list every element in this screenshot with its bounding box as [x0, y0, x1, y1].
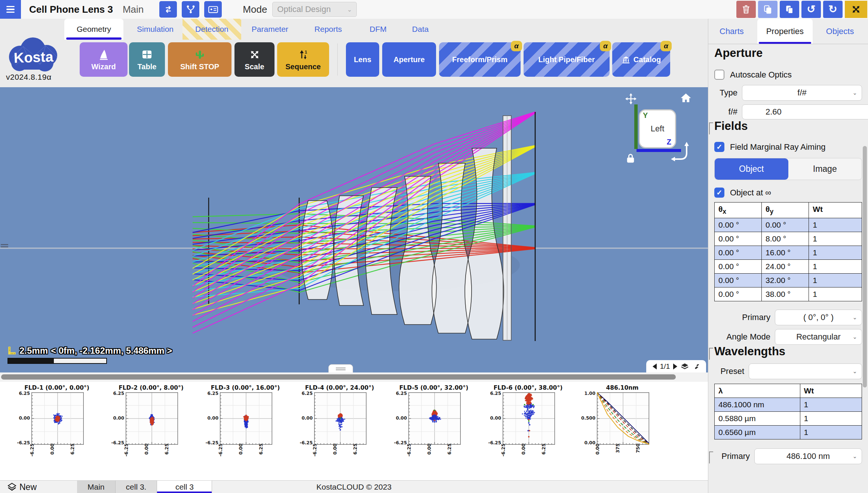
- home-view-button[interactable]: [680, 92, 692, 105]
- wavelength-primary-select[interactable]: 486.100 nm ⌄: [754, 448, 862, 464]
- shift-stop-button[interactable]: Shift STOP: [168, 42, 231, 77]
- contact-card-button[interactable]: [204, 1, 222, 18]
- spot-point: [527, 405, 528, 406]
- lens-button[interactable]: Lens: [346, 42, 379, 77]
- lambda-cell[interactable]: 0.6560 µm: [715, 426, 800, 439]
- sync-button[interactable]: [159, 1, 177, 18]
- spot-point: [246, 423, 247, 424]
- field-marginal-ray-aiming-checkbox[interactable]: ✓: [714, 142, 724, 152]
- weight-cell[interactable]: 1: [800, 426, 862, 439]
- tab-geometry[interactable]: Geometry: [64, 19, 123, 40]
- lambda-cell[interactable]: 0.5880 µm: [715, 412, 800, 426]
- segment-image[interactable]: Image: [788, 158, 862, 180]
- theta-x-cell[interactable]: 0.00 °: [715, 260, 762, 274]
- button-label: Catalog: [634, 55, 661, 64]
- autoscale-optics-label: Autoscale Optics: [730, 70, 792, 80]
- panel-collapse-handle[interactable]: [328, 364, 353, 372]
- panel-scrollbar-thumb[interactable]: [863, 146, 867, 387]
- tab-simulation[interactable]: Simulation: [135, 19, 176, 40]
- undo-button[interactable]: ↺: [801, 1, 821, 18]
- cell-tab-cell3a[interactable]: cell 3.: [116, 481, 157, 493]
- axis-origin-icon: [1, 244, 8, 247]
- aperture-button[interactable]: Aperture: [382, 42, 436, 77]
- weight-cell[interactable]: 1: [800, 412, 862, 426]
- delete-button[interactable]: [736, 1, 756, 18]
- field-primary-select[interactable]: ( 0°, 0° ) ⌄: [775, 310, 862, 325]
- theta-y-cell[interactable]: 0.00 °: [762, 218, 809, 232]
- weight-cell[interactable]: 1: [809, 274, 862, 287]
- theta-y-cell[interactable]: 32.00 °: [762, 274, 809, 287]
- theta-x-cell[interactable]: 0.00 °: [715, 246, 762, 260]
- wizard-button[interactable]: Wizard: [80, 42, 128, 77]
- spot-point: [60, 415, 61, 416]
- fno-input[interactable]: [742, 104, 868, 119]
- freeform-prism-button[interactable]: Freeform/Prism α: [439, 42, 521, 77]
- theta-y-cell[interactable]: 38.00 °: [762, 287, 809, 301]
- object-at-infinity-checkbox[interactable]: ✓: [714, 188, 724, 198]
- segment-object[interactable]: Object: [715, 158, 788, 180]
- theta-x-cell[interactable]: 0.00 °: [715, 274, 762, 287]
- theta-y-cell[interactable]: 24.00 °: [762, 260, 809, 274]
- angle-mode-select[interactable]: Rectangular ⌄: [775, 329, 862, 345]
- lens-3d-viewport[interactable]: Y Left Z 2.5mm < 0fm, -2.162mm, 5.486mm …: [0, 87, 708, 372]
- spot-point: [527, 414, 528, 416]
- copy-button[interactable]: [758, 1, 777, 18]
- branch-icon: [186, 4, 196, 14]
- tab-parameter[interactable]: Parameter: [249, 19, 291, 40]
- ray-trace-scene: [0, 87, 708, 372]
- y-tick-label: 6.25: [207, 391, 218, 396]
- aperture-type-select[interactable]: f/# ⌄: [742, 85, 862, 101]
- scale-button[interactable]: Scale: [234, 42, 274, 77]
- pan-view-button[interactable]: [625, 93, 637, 106]
- rotate-view-button[interactable]: [669, 141, 691, 165]
- redo-button[interactable]: ↻: [823, 1, 843, 18]
- tab-data[interactable]: Data: [410, 19, 431, 40]
- tab-objects[interactable]: Objects: [821, 19, 859, 44]
- menu-button[interactable]: [0, 0, 21, 19]
- fullscreen-button[interactable]: [845, 1, 867, 18]
- tab-charts[interactable]: Charts: [714, 19, 749, 44]
- theta-x-cell[interactable]: 0.00 °: [715, 232, 762, 246]
- tab-reports[interactable]: Reports: [312, 19, 344, 40]
- cell-tab-main[interactable]: Main: [77, 481, 116, 493]
- catalog-button[interactable]: Catalog α: [612, 42, 670, 77]
- theta-x-cell[interactable]: 0.00 °: [715, 287, 762, 301]
- tab-label: Reports: [315, 25, 342, 34]
- tab-properties[interactable]: Properties: [757, 19, 813, 44]
- preset-select[interactable]: ⌄: [749, 363, 862, 379]
- tab-dfm[interactable]: DFM: [367, 19, 389, 40]
- sequence-button[interactable]: 1 Sequence: [277, 42, 329, 77]
- spot-point: [528, 419, 530, 420]
- tab-detection[interactable]: Detection: [183, 19, 241, 40]
- spot-point: [437, 416, 438, 417]
- table-button[interactable]: Table: [129, 42, 165, 77]
- layers-icon[interactable]: [681, 363, 689, 370]
- theta-y-cell[interactable]: 8.00 °: [762, 232, 809, 246]
- lambda-cell[interactable]: 486.1000 nm: [715, 398, 800, 412]
- spot-point: [533, 414, 534, 415]
- hscrollbar-thumb[interactable]: [1, 374, 676, 380]
- next-page-icon[interactable]: [673, 363, 677, 369]
- weight-cell[interactable]: 1: [809, 232, 862, 246]
- x-tick-label: 6.25: [353, 444, 358, 463]
- branch-button[interactable]: [182, 1, 199, 18]
- cell-tab-cell3b[interactable]: cell 3: [157, 481, 212, 493]
- spot-point: [339, 415, 341, 417]
- light-pipe-fiber-button[interactable]: Light Pipe/Fiber α: [524, 42, 610, 77]
- wrench-icon[interactable]: [692, 363, 700, 370]
- theta-x-cell[interactable]: 0.00 °: [715, 218, 762, 232]
- lock-view-button[interactable]: [625, 153, 636, 165]
- weight-cell[interactable]: 1: [809, 260, 862, 274]
- theta-y-cell[interactable]: 16.00 °: [762, 246, 809, 260]
- previous-page-icon[interactable]: [653, 363, 657, 369]
- weight-cell[interactable]: 1: [809, 246, 862, 260]
- weight-cell[interactable]: 1: [800, 398, 862, 412]
- weight-cell[interactable]: 1: [809, 287, 862, 301]
- weight-cell[interactable]: 1: [809, 218, 862, 232]
- mode-select[interactable]: Optical Design ⌄: [272, 2, 357, 17]
- paste-button[interactable]: [780, 1, 799, 18]
- autoscale-optics-checkbox[interactable]: [714, 70, 724, 80]
- app-logo[interactable]: Kosta: [4, 35, 67, 74]
- new-cell-button[interactable]: New: [0, 481, 43, 493]
- analysis-chart-strip: FLD-1 (0.00°, 0.00°) 6.250.00-6.25 -6.25…: [0, 382, 708, 480]
